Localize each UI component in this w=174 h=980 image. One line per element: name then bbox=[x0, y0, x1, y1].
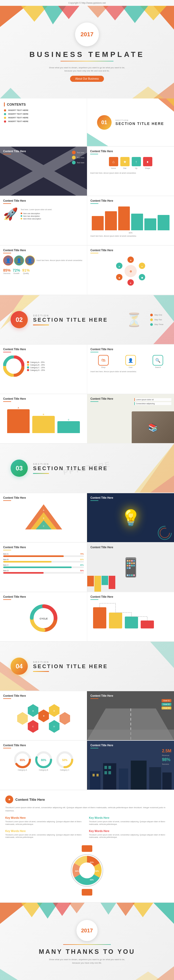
svg-rect-94 bbox=[108, 771, 111, 774]
svg-text:D: D bbox=[54, 725, 55, 728]
keyword-3: Key Words Here Tincidunt Lorem ipsum dol… bbox=[5, 830, 85, 839]
mini-slide-icons: Content Title Here ⌂ Home ★ Star ↑ Up ♦ … bbox=[87, 146, 174, 196]
thankyou-year-badge: 2017 bbox=[76, 920, 98, 941]
svg-rect-89 bbox=[96, 774, 99, 776]
svg-rect-57 bbox=[109, 612, 122, 628]
svg-text:65%: 65% bbox=[20, 759, 25, 762]
thankyou-slide: 2017 MANY THANKS TO YOU Show what you wa… bbox=[0, 903, 174, 980]
contents-item-2: INSERT TEXT HERE bbox=[4, 113, 83, 115]
mini-slide-pyramid: Content Title Here A B C bbox=[0, 493, 87, 542]
cycle-diagram: CYCLE bbox=[25, 602, 62, 634]
svg-text:03%: 03% bbox=[90, 879, 94, 881]
section-title: SECTION TITLE HERE bbox=[115, 121, 164, 126]
svg-marker-69 bbox=[60, 712, 70, 725]
row-7: Content Title Here Item A 75% Item B 60% bbox=[0, 542, 174, 592]
svg-point-102 bbox=[79, 862, 95, 878]
svg-marker-7 bbox=[103, 6, 127, 21]
pie-chart bbox=[3, 356, 24, 377]
keyword-2: Key Words Here Tincidunt Lorem ipsum dol… bbox=[89, 816, 169, 826]
row-3: Content Title Here 👤 👤 👤 Insert text her… bbox=[0, 246, 174, 294]
svg-text:01%: 01% bbox=[90, 861, 94, 863]
svg-point-39 bbox=[7, 360, 21, 373]
mini-slide-book: Content Title Here 📚 Lorem ipsum dolor s… bbox=[87, 394, 174, 443]
svg-marker-107 bbox=[0, 903, 27, 924]
final-content-title: Content Title Here bbox=[15, 798, 45, 802]
svg-marker-14 bbox=[87, 133, 108, 146]
mini-slide-lightbulb: Content Title Here 💡 bbox=[87, 493, 174, 542]
svg-rect-98 bbox=[162, 772, 172, 790]
svg-text:80%: 80% bbox=[41, 759, 46, 762]
copyright-top: Copyright © http://www.pptstore.net bbox=[0, 0, 174, 6]
svg-marker-116 bbox=[0, 969, 21, 980]
svg-rect-87 bbox=[90, 771, 100, 790]
svg-marker-112 bbox=[153, 903, 174, 924]
svg-text:B: B bbox=[54, 710, 55, 712]
row-8: Content Title Here CYCLE Content Title H… bbox=[0, 592, 174, 641]
year-badge: 2017 bbox=[75, 22, 99, 46]
section-02-label: SECTION bbox=[33, 314, 108, 317]
keyword-1: Key Words Here Tincidunt Lorem ipsum dol… bbox=[5, 816, 85, 826]
contents-slide: CONTENTS INSERT TEXT HERE INSERT TEXT HE… bbox=[0, 99, 174, 146]
section-04-badge: 04 bbox=[11, 657, 28, 675]
slide-title-2: Content Title Here bbox=[90, 150, 171, 153]
svg-rect-93 bbox=[104, 771, 107, 774]
svg-text:CYCLE: CYCLE bbox=[40, 617, 47, 620]
final-content-slide: ★ Content Title Here Tincidunt Lorem ips… bbox=[0, 790, 174, 902]
svg-text:★: ★ bbox=[43, 715, 44, 717]
svg-rect-96 bbox=[131, 760, 147, 790]
title-slide: 2017 BUSINESS TEMPLATE Show what you wan… bbox=[0, 6, 174, 99]
main-title: BUSINESS TEMPLATE bbox=[29, 50, 145, 59]
mini-slide-gears: Content Title Here ⚙ ★ ♦ ⬟ ● ◆ ▲ bbox=[87, 246, 174, 294]
row-1: Content Title Here Text here Text here T… bbox=[0, 146, 174, 196]
contents-item-3: INSERT TEXT HERE bbox=[4, 116, 83, 119]
section-02-title: SECTION TITLE HERE bbox=[33, 317, 108, 323]
svg-marker-11 bbox=[0, 88, 21, 99]
svg-text:▲: ▲ bbox=[118, 265, 120, 267]
svg-text:C: C bbox=[43, 525, 44, 527]
svg-rect-99 bbox=[82, 845, 92, 852]
svg-marker-6 bbox=[122, 6, 148, 23]
watch-pie-chart: 01% 02% 03% 04% bbox=[60, 844, 114, 897]
svg-text:●: ● bbox=[130, 282, 131, 284]
svg-rect-91 bbox=[104, 766, 107, 769]
svg-rect-59 bbox=[141, 620, 154, 628]
svg-text:◆: ◆ bbox=[119, 277, 120, 279]
mini-slide-building: Content Title Here 2.5M Revenue 98% Succ… bbox=[87, 741, 174, 790]
svg-marker-1 bbox=[21, 6, 47, 22]
mini-slide-bars: Content Title Here 80% Insert text here.… bbox=[87, 196, 174, 245]
mini-slide-pillars: Content Title Here A B C bbox=[0, 394, 87, 443]
mini-slide-people: Content Title Here 👤 👤 👤 Insert text her… bbox=[0, 246, 87, 294]
section-03-badge: 03 bbox=[11, 460, 28, 477]
year-text: 2017 bbox=[81, 31, 93, 38]
svg-rect-97 bbox=[149, 767, 161, 790]
mini-slide-target: Content Title Here 🛍 Shop 👤 User 🔍 Searc… bbox=[87, 345, 174, 394]
svg-rect-58 bbox=[125, 617, 138, 628]
section-01-preview: 01 SECTION SECTION TITLE HERE bbox=[87, 99, 174, 146]
thankyou-title: MANY THANKS TO YOU bbox=[39, 948, 135, 955]
svg-rect-100 bbox=[82, 889, 92, 896]
mini-slide-arrows: Content Title Here CYCLE bbox=[0, 592, 87, 641]
final-content-body: Tincidunt Lorem ipsum dolor sit amet, co… bbox=[5, 806, 169, 813]
svg-marker-0 bbox=[0, 6, 27, 27]
contents-left: CONTENTS INSERT TEXT HERE INSERT TEXT HE… bbox=[0, 99, 87, 146]
svg-marker-113 bbox=[132, 903, 153, 917]
mini-slide-road: Content Title Here Goal 01 Goal 02 Goal … bbox=[87, 691, 174, 740]
row-6: Content Title Here A B C Content Title H… bbox=[0, 493, 174, 542]
mini-slide-tablet: Content Title Here 📱 bbox=[87, 542, 174, 592]
mini-slide-hex-network: Content Title Here ★ A B C D bbox=[0, 691, 87, 740]
row-10: Content Title Here 65% Category A 80% Ca… bbox=[0, 741, 174, 790]
svg-point-49 bbox=[160, 528, 169, 538]
svg-text:⬟: ⬟ bbox=[141, 277, 143, 279]
svg-rect-92 bbox=[108, 766, 111, 769]
slide-title-1: Content Title Here bbox=[3, 150, 26, 153]
about-button[interactable]: About Our Business bbox=[70, 76, 104, 82]
pyramid-chart: A B C bbox=[22, 503, 65, 532]
svg-text:50%: 50% bbox=[62, 759, 67, 762]
svg-text:02%: 02% bbox=[95, 870, 99, 872]
subtitle: Show what you want to dream, anywhere yo… bbox=[47, 66, 127, 73]
section-03-slide: 03 SECTION SECTION TITLE HERE PPTSTORE bbox=[0, 444, 174, 493]
row-5: Content Title Here A B C Content Title H… bbox=[0, 394, 174, 443]
mini-slide-stairs: Content Title Here bbox=[87, 592, 174, 641]
svg-rect-95 bbox=[119, 768, 128, 790]
svg-text:A: A bbox=[32, 710, 34, 712]
